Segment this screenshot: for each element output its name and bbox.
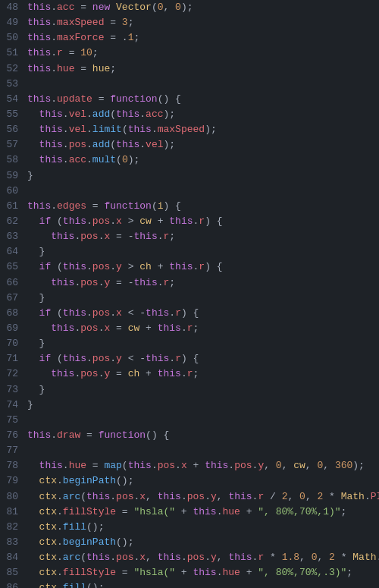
line-number: 51 — [0, 46, 27, 61]
code-line: 63 this.pos.x = -this.r; — [0, 229, 379, 244]
line-number: 82 — [0, 520, 27, 535]
line-number: 72 — [0, 366, 27, 382]
code-line: 82 ctx.fill(); — [0, 520, 379, 535]
code-line: 79 ctx.beginPath(); — [0, 473, 379, 489]
line-content: this.pos.x = -this.r; — [27, 229, 379, 244]
code-line: 67 } — [0, 291, 379, 306]
code-line: 80 ctx.arc(this.pos.x, this.pos.y, this.… — [0, 489, 379, 505]
line-number: 74 — [0, 398, 27, 413]
line-content: this.pos.y = -this.r; — [27, 275, 379, 291]
line-content: ctx.fill(); — [27, 580, 379, 588]
code-line: 78 this.hue = map(this.pos.x + this.pos.… — [0, 458, 379, 473]
line-content: this.edges = function(i) { — [27, 199, 379, 214]
line-number: 76 — [0, 428, 27, 443]
code-line: 72 this.pos.y = ch + this.r; — [0, 366, 379, 382]
line-number: 59 — [0, 168, 27, 184]
line-content: this.acc.mult(0); — [27, 153, 379, 168]
line-number: 81 — [0, 505, 27, 520]
line-number: 58 — [0, 153, 27, 168]
line-number: 54 — [0, 92, 27, 107]
line-number: 79 — [0, 473, 27, 489]
line-number: 69 — [0, 321, 27, 336]
code-line: 52this.hue = hue; — [0, 61, 379, 77]
line-number: 68 — [0, 306, 27, 321]
line-number: 63 — [0, 229, 27, 244]
line-content: this.vel.limit(this.maxSpeed); — [27, 122, 379, 137]
line-number: 65 — [0, 259, 27, 275]
code-line: 77 — [0, 443, 379, 458]
line-number: 84 — [0, 550, 27, 565]
code-line: 56 this.vel.limit(this.maxSpeed); — [0, 122, 379, 137]
line-content: this.pos.add(this.vel); — [27, 137, 379, 153]
line-number: 55 — [0, 107, 27, 122]
line-number: 75 — [0, 413, 27, 428]
line-number: 71 — [0, 351, 27, 366]
code-line: 83 ctx.beginPath(); — [0, 535, 379, 550]
code-line: 49this.maxSpeed = 3; — [0, 15, 379, 30]
code-line: 75 — [0, 413, 379, 428]
code-line: 64 } — [0, 244, 379, 259]
line-number: 66 — [0, 275, 27, 291]
code-line: 65 if (this.pos.y > ch + this.r) { — [0, 259, 379, 275]
line-content: ctx.beginPath(); — [27, 535, 379, 550]
line-number: 50 — [0, 30, 27, 46]
line-content: } — [27, 244, 379, 259]
line-content: this.hue = map(this.pos.x + this.pos.y, … — [27, 458, 379, 473]
line-content: this.pos.x = cw + this.r; — [27, 321, 379, 336]
line-content: ctx.fillStyle = "hsla(" + this.hue + ", … — [27, 505, 379, 520]
code-line: 51this.r = 10; — [0, 46, 379, 61]
line-number: 57 — [0, 137, 27, 153]
line-number: 86 — [0, 580, 27, 588]
code-line: 58 this.acc.mult(0); — [0, 153, 379, 168]
code-line: 74} — [0, 398, 379, 413]
line-number: 62 — [0, 214, 27, 229]
line-number: 70 — [0, 336, 27, 351]
line-content: ctx.fill(); — [27, 520, 379, 535]
code-line: 84 ctx.arc(this.pos.x, this.pos.y, this.… — [0, 550, 379, 565]
line-number: 64 — [0, 244, 27, 259]
code-line: 66 this.pos.y = -this.r; — [0, 275, 379, 291]
code-line: 81 ctx.fillStyle = "hsla(" + this.hue + … — [0, 505, 379, 520]
code-line: 53 — [0, 77, 379, 92]
code-line: 60 — [0, 184, 379, 199]
line-content: ctx.beginPath(); — [27, 473, 379, 489]
code-line: 69 this.pos.x = cw + this.r; — [0, 321, 379, 336]
code-line: 59} — [0, 168, 379, 184]
line-content: this.pos.y = ch + this.r; — [27, 366, 379, 382]
line-number: 73 — [0, 382, 27, 398]
line-number: 52 — [0, 61, 27, 77]
line-number: 85 — [0, 565, 27, 580]
line-number: 53 — [0, 77, 27, 92]
code-line: 57 this.pos.add(this.vel); — [0, 137, 379, 153]
line-number: 67 — [0, 291, 27, 306]
line-number: 83 — [0, 535, 27, 550]
code-line: 68 if (this.pos.x < -this.r) { — [0, 306, 379, 321]
code-line: 50this.maxForce = .1; — [0, 30, 379, 46]
line-content: this.hue = hue; — [27, 61, 379, 77]
line-content: this.acc = new Vector(0, 0); — [27, 0, 379, 15]
line-number: 60 — [0, 184, 27, 199]
code-line: 61this.edges = function(i) { — [0, 199, 379, 214]
line-content: ctx.fillStyle = "hsla(" + this.hue + ", … — [27, 565, 379, 580]
line-content: this.maxForce = .1; — [27, 30, 379, 46]
code-line: 71 if (this.pos.y < -this.r) { — [0, 351, 379, 366]
line-content: } — [27, 336, 379, 351]
line-content: ctx.arc(this.pos.x, this.pos.y, this.r /… — [27, 489, 379, 505]
line-content: } — [27, 382, 379, 398]
line-content: this.maxSpeed = 3; — [27, 15, 379, 30]
code-line: 62 if (this.pos.x > cw + this.r) { — [0, 214, 379, 229]
line-content: if (this.pos.x > cw + this.r) { — [27, 214, 379, 229]
line-content: ctx.arc(this.pos.x, this.pos.y, this.r *… — [27, 550, 379, 565]
line-number: 48 — [0, 0, 27, 15]
line-content: if (this.pos.y > ch + this.r) { — [27, 259, 379, 275]
code-line: 76this.draw = function() { — [0, 428, 379, 443]
line-number: 77 — [0, 443, 27, 458]
code-line: 85 ctx.fillStyle = "hsla(" + this.hue + … — [0, 565, 379, 580]
line-content: if (this.pos.x < -this.r) { — [27, 306, 379, 321]
line-content: this.update = function() { — [27, 92, 379, 107]
line-content: this.draw = function() { — [27, 428, 379, 443]
line-number: 56 — [0, 122, 27, 137]
line-number: 61 — [0, 199, 27, 214]
line-content: } — [27, 168, 379, 184]
line-content: if (this.pos.y < -this.r) { — [27, 351, 379, 366]
